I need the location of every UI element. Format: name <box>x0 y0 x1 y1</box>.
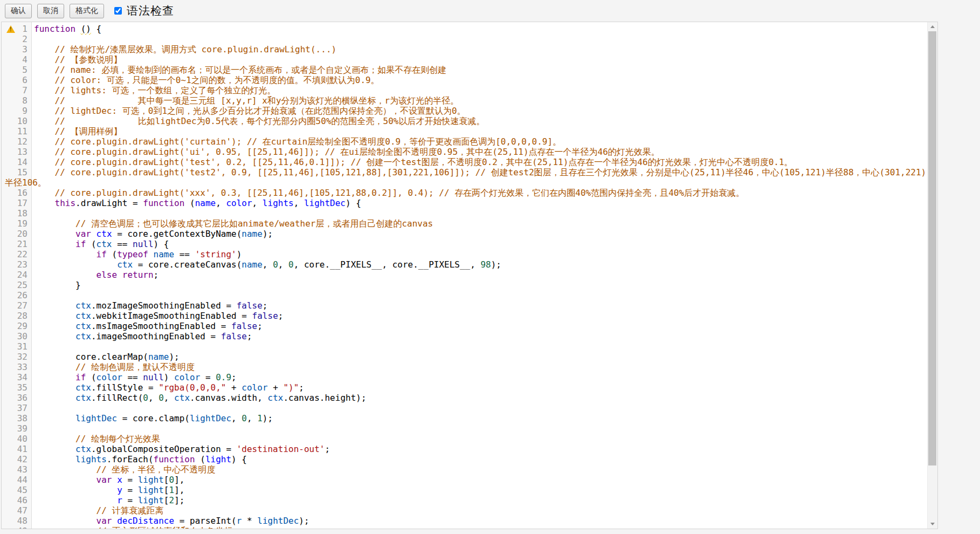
code-token <box>34 229 75 239</box>
code-line[interactable]: 3 // 绘制灯光/漆黑层效果。调用方式 core.plugin.drawLig… <box>2 44 927 54</box>
toolbar: 确认 取消 格式化 语法检查 <box>0 0 980 22</box>
code-line[interactable]: 22 if (typeof name == 'string') <box>2 249 927 259</box>
code-line[interactable]: 37 <box>2 403 927 413</box>
code-line[interactable]: 15 // core.plugin.drawLight('test2', 0.9… <box>2 167 927 177</box>
code-line[interactable]: 42 lights.forEach(function (light) { <box>2 454 927 464</box>
code-line[interactable]: 24 else return; <box>2 270 927 280</box>
code-line[interactable]: 41 ctx.globalCompositeOperation = 'desti… <box>2 444 927 454</box>
code-line[interactable]: 4 // 【参数说明】 <box>2 54 927 65</box>
code-line[interactable]: 半径106。 <box>2 177 927 188</box>
code-line[interactable]: 12 // core.plugin.drawLight('curtain'); … <box>2 136 927 147</box>
line-number: 48 <box>5 516 34 526</box>
code-line[interactable]: 13 // core.plugin.drawLight('ui', 0.95, … <box>2 147 927 157</box>
code-line[interactable]: 5 // name: 必填，要绘制到的画布名；可以是一个系统画布，或者是个自定义… <box>2 65 927 75</box>
code-line[interactable]: 35 ctx.fillStyle = "rgba(0,0,0," + color… <box>2 382 927 393</box>
code-token: ctx <box>96 239 112 249</box>
code-line[interactable]: 17 this.drawLight = function (name, colo… <box>2 198 927 208</box>
code-token: name <box>241 259 263 270</box>
line-number: 46 <box>5 495 34 505</box>
vertical-scrollbar[interactable] <box>927 22 937 529</box>
code-line[interactable]: 32 core.clearMap(name); <box>2 352 927 362</box>
line-number: 11 <box>5 126 34 136</box>
code-token: this <box>55 198 76 208</box>
code-token: .drawLight = <box>75 198 143 208</box>
code-line[interactable]: 46 r = light[2]; <box>2 495 927 505</box>
line-number: 29 <box>5 321 34 331</box>
code-line[interactable]: 18 <box>2 208 927 218</box>
line-number: 34 <box>5 372 34 382</box>
code-line[interactable]: 2 <box>2 34 927 44</box>
code-token: var <box>96 516 112 526</box>
code-line[interactable]: 27 ctx.mozImageSmoothingEnabled = false; <box>2 300 927 311</box>
code-token: .webkitImageSmoothingEnabled = <box>91 311 252 321</box>
code-token: null <box>143 372 164 382</box>
code-line[interactable]: 29 ctx.msImageSmoothingEnabled = false; <box>2 321 927 331</box>
code-line[interactable]: 48 var decDistance = parseInt(r * lightD… <box>2 516 927 526</box>
format-button[interactable]: 格式化 <box>70 4 104 18</box>
code-token: 1 <box>169 485 174 495</box>
code-line[interactable]: 34 if (color == null) color = 0.9; <box>2 372 927 382</box>
code-line[interactable]: 45 y = light[1], <box>2 485 927 495</box>
code-line[interactable]: 11 // 【调用样例】 <box>2 126 927 136</box>
code-token: , <box>231 413 241 423</box>
line-number: 15 <box>5 167 34 177</box>
code-line[interactable]: 43 // 坐标，半径，中心不透明度 <box>2 464 927 475</box>
code-line[interactable]: 30 ctx.imageSmoothingEnabled = false; <box>2 331 927 341</box>
code-line[interactable]: 44 var x = light[0], <box>2 475 927 485</box>
code-token: .forEach( <box>107 454 154 464</box>
line-number: 14 <box>5 157 34 167</box>
code-line[interactable]: 40 // 绘制每个灯光效果 <box>2 434 927 444</box>
confirm-button[interactable]: 确认 <box>5 4 32 18</box>
code-line[interactable]: 8 // 其中每一项是三元组 [x,y,r] x和y分别为该灯光的横纵坐标，r为… <box>2 95 927 106</box>
code-line[interactable]: 28 ctx.webkitImageSmoothingEnabled = fal… <box>2 311 927 321</box>
code-line[interactable]: 31 <box>2 341 927 352</box>
code-token <box>112 516 118 526</box>
code-token: , <box>247 413 257 423</box>
code-line[interactable]: 21 if (ctx == null) { <box>2 239 927 249</box>
code-line[interactable]: 1function () { <box>2 24 927 34</box>
code-line[interactable]: 39 <box>2 423 927 434</box>
code-token: r <box>117 495 122 505</box>
syntax-check-checkbox[interactable] <box>114 7 122 15</box>
code-line[interactable]: 6 // color: 可选，只能是一个0~1之间的数，为不透明度的值。不填则默… <box>2 75 927 85</box>
code-line[interactable]: 47 // 计算衰减距离 <box>2 505 927 516</box>
code-line[interactable]: 16 // core.plugin.drawLight('xxx', 0.3, … <box>2 188 927 198</box>
code-token: var <box>75 229 91 239</box>
cancel-button[interactable]: 取消 <box>37 4 64 18</box>
code-area[interactable]: 1function () {23 // 绘制灯光/漆黑层效果。调用方式 core… <box>2 22 927 529</box>
code-token: else <box>96 270 118 280</box>
scrollbar-thumb[interactable] <box>928 31 936 465</box>
code-line[interactable]: 14 // core.plugin.drawLight('test', 0.2,… <box>2 157 927 167</box>
code-line[interactable]: 36 ctx.fillRect(0, 0, ctx.canvas.width, … <box>2 393 927 403</box>
code-line[interactable]: 25 } <box>2 280 927 290</box>
code-line[interactable]: 49 // 正方形区域的直径和左上角坐标 <box>2 526 927 529</box>
code-line[interactable]: 38 lightDec = core.clamp(lightDec, 0, 1)… <box>2 413 927 423</box>
scroll-up-button[interactable] <box>928 22 937 31</box>
code-line[interactable]: 10 // 比如lightDec为0.5代表，每个灯光部分内圈50%的范围全亮，… <box>2 116 927 126</box>
code-token <box>34 444 75 454</box>
code-line[interactable]: 23 ctx = core.createCanvas(name, 0, 0, c… <box>2 259 927 270</box>
code-token <box>34 300 75 311</box>
code-line[interactable]: 33 // 绘制色调层，默认不透明度 <box>2 362 927 372</box>
code-token: ")" <box>283 382 299 393</box>
code-token <box>117 270 122 280</box>
code-editor[interactable]: 1function () {23 // 绘制灯光/漆黑层效果。调用方式 core… <box>1 22 938 529</box>
code-token: // core.plugin.drawLight('curtain'); // … <box>34 136 561 147</box>
code-token: ], <box>174 475 184 485</box>
code-line[interactable]: 19 // 清空色调层；也可以修改成其它层比如animate/weather层，… <box>2 218 927 229</box>
line-number: 19 <box>5 218 34 229</box>
code-token: if <box>75 372 86 382</box>
code-line[interactable]: 26 <box>2 290 927 300</box>
scroll-down-button[interactable] <box>928 519 937 529</box>
code-token: ; <box>278 311 284 321</box>
code-token: false <box>252 311 278 321</box>
line-number: 17 <box>5 198 34 208</box>
code-token: , <box>263 259 273 270</box>
code-token: color <box>241 382 267 393</box>
code-line[interactable]: 7 // lights: 可选，一个数组，定义了每个独立的灯光。 <box>2 85 927 95</box>
code-token: = <box>122 475 138 485</box>
code-token: lightDec <box>190 413 231 423</box>
code-line[interactable]: 9 // lightDec: 可选，0到1之间，光从多少百分比才开始衰减（在此范… <box>2 106 927 116</box>
code-line[interactable]: 20 var ctx = core.getContextByName(name)… <box>2 229 927 239</box>
code-token: ctx <box>75 321 91 331</box>
